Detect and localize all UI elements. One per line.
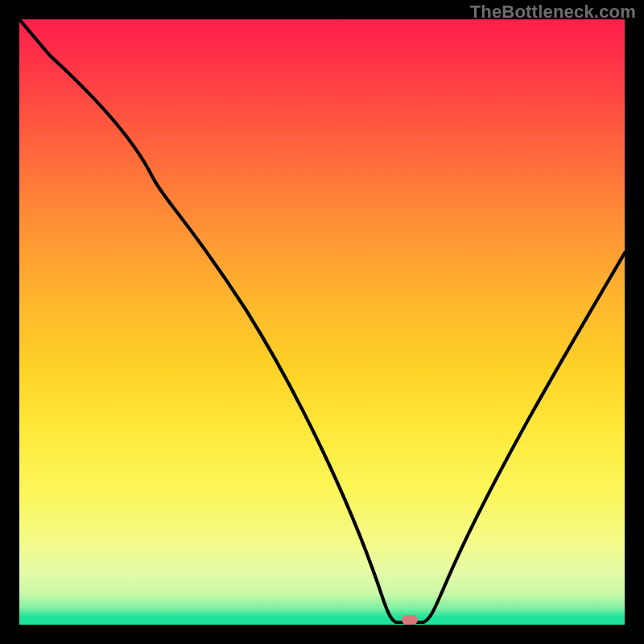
plot-area: [19, 19, 625, 625]
watermark-text: TheBottleneck.com: [470, 2, 636, 23]
bottleneck-curve: [19, 19, 625, 625]
optimum-marker: [402, 615, 418, 625]
outer-frame: TheBottleneck.com: [0, 0, 644, 644]
curve-path: [19, 19, 625, 622]
